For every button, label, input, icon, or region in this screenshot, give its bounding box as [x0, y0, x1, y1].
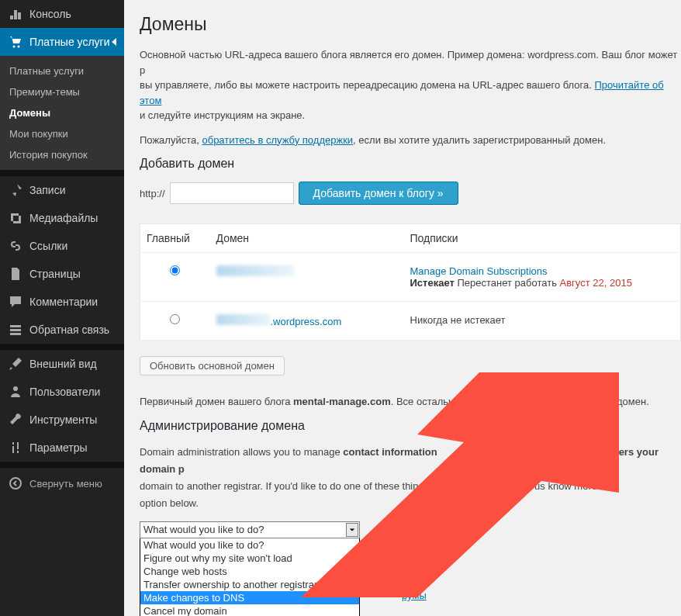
brush-icon	[8, 356, 23, 372]
wp-domain-link[interactable]: .wordpress.com	[271, 316, 342, 327]
menu-label: Медиафайлы	[29, 212, 98, 224]
pin-icon	[8, 182, 23, 198]
collapse-menu[interactable]: Свернуть меню	[0, 468, 124, 499]
primary-domain-line: Первичный домен вашего блога mental-mana…	[140, 394, 681, 410]
action-select-wrap: What would you like to do? What would yo…	[140, 521, 360, 616]
submenu-paid: Платные услуги Премиум-темы Домены Мои п…	[0, 56, 124, 170]
domain-cell-1	[210, 253, 404, 302]
menu-links[interactable]: Ссылки	[0, 232, 124, 260]
domain-input[interactable]	[170, 182, 294, 204]
feedback-icon	[8, 322, 23, 337]
expire-date: Август 22, 2015	[560, 277, 632, 289]
support-paragraph: Пожалуйста, обратитесь в службу поддержк…	[140, 133, 681, 148]
cart-icon	[8, 34, 23, 50]
select-option[interactable]: Change web hosts	[140, 565, 359, 578]
table-row: Manage Domain Subscriptions Истекает Пер…	[140, 253, 681, 302]
action-select[interactable]: What would you like to do?	[140, 521, 360, 538]
menu-label: Комментарии	[29, 296, 98, 308]
menu-comments[interactable]: Комментарии	[0, 288, 124, 316]
user-icon	[8, 384, 23, 400]
th-subscriptions: Подписки	[404, 224, 681, 253]
svg-point-2	[13, 386, 18, 391]
comment-icon	[8, 294, 23, 310]
select-value: What would you like to do?	[143, 524, 264, 535]
add-domain-heading: Добавить домен	[140, 157, 681, 171]
admin-sidebar: Консоль Платные услуги Платные услуги Пр…	[0, 0, 124, 616]
link-icon	[8, 238, 23, 254]
add-domain-button[interactable]: Добавить домен к блогу »	[299, 182, 458, 205]
menu-label: Ссылки	[29, 240, 67, 252]
select-option[interactable]: Figure out why my site won't load	[140, 552, 359, 565]
active-arrow-icon	[112, 38, 116, 46]
redacted-domain	[216, 265, 294, 276]
svg-point-1	[18, 46, 20, 48]
manage-subscriptions-link[interactable]: Manage Domain Subscriptions	[410, 265, 548, 277]
menu-paid-services[interactable]: Платные услуги	[0, 28, 124, 56]
select-option[interactable]: What would you like to do?	[140, 538, 359, 552]
dropdown-button-icon[interactable]	[346, 523, 358, 537]
submenu-my-purchases[interactable]: Мои покупки	[0, 123, 124, 144]
support-link[interactable]: обратитесь в службу поддержки	[202, 134, 353, 146]
page-title: Домены	[140, 14, 681, 35]
menu-users[interactable]: Пользователи	[0, 378, 124, 406]
http-prefix: http://	[140, 188, 165, 199]
submenu-paid-services[interactable]: Платные услуги	[0, 61, 124, 81]
menu-label: Параметры	[29, 441, 88, 454]
domains-table: Главный Домен Подписки Manage Domain Sub…	[140, 223, 681, 341]
select-option[interactable]: Transfer ownership to another registrar	[140, 578, 359, 591]
menu-label: Записи	[29, 184, 65, 196]
submenu-domains[interactable]: Домены	[0, 102, 124, 123]
subs-cell-2: Никогда не истекает	[404, 302, 681, 341]
dashboard-icon	[8, 6, 23, 22]
menu-label: Пользователи	[29, 386, 100, 398]
menu-label: Инструменты	[29, 414, 97, 426]
table-row: .wordpress.com Никогда не истекает	[140, 302, 681, 341]
svg-point-0	[13, 46, 16, 48]
admin-heading: Администрирование домена	[140, 419, 681, 433]
th-domain: Домен	[210, 224, 404, 253]
collapse-label: Свернуть меню	[29, 478, 102, 490]
menu-feedback[interactable]: Обратная связь	[0, 316, 124, 344]
page-icon	[8, 266, 23, 282]
svg-point-3	[10, 478, 21, 489]
media-icon	[8, 210, 23, 226]
subs-cell-1: Manage Domain Subscriptions Истекает Пер…	[404, 253, 681, 302]
intro-paragraph: Основной частью URL-адреса вашего блога …	[140, 47, 681, 123]
update-primary-button[interactable]: Обновить основной домен	[140, 356, 285, 375]
submenu-premium-themes[interactable]: Премиум-темы	[0, 81, 124, 102]
settings-icon	[8, 440, 23, 455]
menu-label: Платные услуги	[29, 36, 110, 48]
select-option[interactable]: Make changes to DNS	[140, 591, 359, 604]
admin-paragraph: Domain administration allows you to mana…	[140, 444, 681, 512]
primary-radio-1[interactable]	[170, 265, 180, 275]
menu-pages[interactable]: Страницы	[0, 260, 124, 288]
menu-label: Обратная связь	[29, 324, 109, 336]
submenu-purchase-history[interactable]: История покупок	[0, 144, 124, 165]
menu-label: Консоль	[29, 8, 71, 20]
collapse-icon	[8, 476, 23, 491]
menu-media[interactable]: Медиафайлы	[0, 204, 124, 232]
add-domain-row: http:// Добавить домен к блогу »	[140, 182, 681, 205]
menu-label: Страницы	[29, 268, 81, 280]
redacted-domain	[216, 314, 271, 325]
domain-cell-2: .wordpress.com	[210, 302, 404, 341]
th-primary: Главный	[140, 224, 210, 253]
select-option[interactable]: Cancel my domain	[140, 604, 359, 616]
main-content: Домены Основной частью URL-адреса вашего…	[124, 0, 681, 616]
forums-link-fragment[interactable]: румы	[402, 590, 427, 601]
menu-console[interactable]: Консоль	[0, 0, 124, 28]
menu-posts[interactable]: Записи	[0, 176, 124, 204]
menu-settings[interactable]: Параметры	[0, 434, 124, 462]
menu-label: Внешний вид	[29, 358, 97, 370]
wrench-icon	[8, 412, 23, 427]
menu-tools[interactable]: Инструменты	[0, 406, 124, 434]
primary-radio-2[interactable]	[170, 314, 180, 324]
select-options: What would you like to do?Figure out why…	[140, 538, 360, 616]
menu-appearance[interactable]: Внешний вид	[0, 350, 124, 378]
